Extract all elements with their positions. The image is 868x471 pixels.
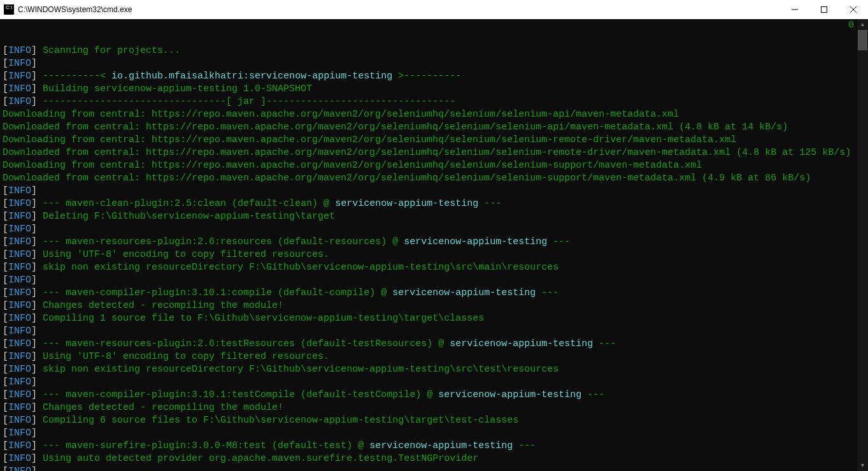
bracket: ] bbox=[31, 466, 37, 471]
log-line: [INFO] Scanning for projects... bbox=[3, 45, 865, 57]
bracket: [ bbox=[3, 211, 8, 222]
log-line: [INFO] ----------< io.github.mfaisalkhat… bbox=[3, 70, 865, 83]
log-level: INFO bbox=[8, 326, 31, 337]
bracket: [ bbox=[3, 453, 8, 464]
log-line: [INFO] Using 'UTF-8' encoding to copy fi… bbox=[3, 249, 865, 261]
log-line: Downloading from central: https://repo.m… bbox=[3, 134, 865, 147]
bracket: ] bbox=[31, 198, 37, 209]
log-text: Scanning for projects... bbox=[37, 45, 180, 56]
bracket: ] bbox=[31, 45, 37, 56]
maximize-icon bbox=[821, 6, 827, 13]
bracket: ] bbox=[31, 440, 37, 451]
bracket: [ bbox=[3, 466, 8, 471]
maximize-button[interactable] bbox=[809, 0, 839, 19]
terminal-output[interactable]: 0 [INFO] Scanning for projects...[INFO][… bbox=[0, 19, 868, 471]
log-text: Compiling 6 source files to F:\Github\se… bbox=[37, 415, 518, 426]
minimize-icon bbox=[792, 6, 798, 13]
log-text: --- maven-resources-plugin:2.6:testResou… bbox=[37, 338, 450, 349]
log-text: servicenow-appium-testing bbox=[335, 198, 478, 209]
log-level: INFO bbox=[8, 58, 31, 69]
log-text: servicenow-appium-testing bbox=[392, 287, 536, 298]
log-line: [INFO] --------------------------------[… bbox=[3, 96, 865, 108]
cmd-icon: C:\ bbox=[4, 4, 14, 15]
log-level: INFO bbox=[8, 313, 31, 324]
bracket: ] bbox=[31, 287, 37, 298]
log-line: [INFO] skip non existing resourceDirecto… bbox=[3, 261, 865, 274]
bracket: [ bbox=[3, 377, 8, 388]
bracket: ] bbox=[31, 262, 37, 273]
window-title: C:\WINDOWS\system32\cmd.exe bbox=[18, 3, 132, 16]
bracket: ] bbox=[31, 236, 37, 247]
log-line: [INFO] Changes detected - recompiling th… bbox=[3, 300, 865, 312]
log-text: --- bbox=[513, 440, 536, 451]
log-level: INFO bbox=[8, 428, 31, 438]
bracket: [ bbox=[3, 185, 8, 196]
corner-indicator: 0 bbox=[848, 19, 854, 32]
bracket: [ bbox=[3, 326, 8, 337]
scroll-down-arrow[interactable]: ▼ bbox=[857, 460, 868, 471]
log-level: INFO bbox=[8, 198, 31, 209]
minimize-button[interactable] bbox=[780, 0, 809, 19]
bracket: ] bbox=[31, 326, 37, 337]
log-text: --- bbox=[581, 389, 604, 400]
log-level: INFO bbox=[8, 249, 31, 260]
bracket: [ bbox=[3, 351, 8, 362]
log-line: [INFO] Building servicenow-appium-testin… bbox=[3, 83, 865, 96]
bracket: [ bbox=[3, 389, 8, 400]
scroll-up-arrow[interactable]: ▲ bbox=[857, 19, 868, 30]
log-level: INFO bbox=[8, 275, 31, 286]
log-line: [INFO] bbox=[3, 427, 865, 440]
log-level: INFO bbox=[8, 236, 31, 247]
log-level: INFO bbox=[8, 45, 31, 56]
log-level: INFO bbox=[8, 71, 31, 82]
log-text: servicenow-appium-testing bbox=[438, 389, 581, 400]
log-text: >---------- bbox=[392, 71, 461, 82]
bracket: ] bbox=[31, 389, 37, 400]
log-line: [INFO] --- maven-compiler-plugin:3.10.1:… bbox=[3, 287, 865, 300]
bracket: [ bbox=[3, 428, 8, 438]
log-text: --- maven-resources-plugin:2.6:resources… bbox=[37, 236, 404, 247]
bracket: ] bbox=[31, 313, 37, 324]
log-level: INFO bbox=[8, 453, 31, 464]
close-icon bbox=[850, 6, 857, 13]
log-line: Downloading from central: https://repo.m… bbox=[3, 108, 865, 121]
log-text: io.github.mfaisalkhatri:servicenow-appiu… bbox=[111, 71, 392, 82]
bracket: ] bbox=[31, 453, 37, 464]
bracket: [ bbox=[3, 249, 8, 260]
log-text: Downloading from central: https://repo.m… bbox=[3, 109, 679, 120]
bracket: [ bbox=[3, 96, 8, 107]
log-text: Downloading from central: https://repo.m… bbox=[3, 160, 702, 171]
scrollbar[interactable]: ▲ ▼ bbox=[857, 19, 868, 471]
log-text: servicenow-appium-testing bbox=[404, 236, 547, 247]
log-line: [INFO] Compiling 1 source file to F:\Git… bbox=[3, 312, 865, 325]
log-text: servicenow-appium-testing bbox=[369, 440, 513, 451]
log-level: INFO bbox=[8, 466, 31, 471]
bracket: ] bbox=[31, 300, 37, 311]
bracket: ] bbox=[31, 364, 37, 375]
log-text: --- bbox=[478, 198, 501, 209]
log-line: [INFO] Deleting F:\Github\servicenow-app… bbox=[3, 210, 865, 223]
bracket: [ bbox=[3, 287, 8, 298]
bracket: [ bbox=[3, 313, 8, 324]
bracket: ] bbox=[31, 428, 37, 438]
close-button[interactable] bbox=[839, 0, 868, 19]
bracket: ] bbox=[31, 58, 37, 69]
scrollbar-thumb[interactable] bbox=[858, 30, 867, 50]
log-line: [INFO] bbox=[3, 57, 865, 70]
bracket: [ bbox=[3, 224, 8, 235]
log-line: [INFO] bbox=[3, 223, 865, 236]
log-level: INFO bbox=[8, 402, 31, 413]
log-line: [INFO] --- maven-resources-plugin:2.6:re… bbox=[3, 236, 865, 249]
log-text: Building servicenow-appium-testing 1.0-S… bbox=[37, 83, 312, 94]
log-level: INFO bbox=[8, 96, 31, 107]
bracket: ] bbox=[31, 402, 37, 413]
log-text: Using auto detected provider org.apache.… bbox=[37, 453, 478, 464]
log-line: [INFO] Using 'UTF-8' encoding to copy fi… bbox=[3, 351, 865, 363]
bracket: [ bbox=[3, 440, 8, 451]
log-line: [INFO] Using auto detected provider org.… bbox=[3, 453, 865, 465]
log-text: Changes detected - recompiling the modul… bbox=[37, 402, 283, 413]
bracket: ] bbox=[31, 415, 37, 426]
bracket: ] bbox=[31, 96, 37, 107]
log-text: Downloaded from central: https://repo.ma… bbox=[3, 173, 811, 184]
log-level: INFO bbox=[8, 300, 31, 311]
